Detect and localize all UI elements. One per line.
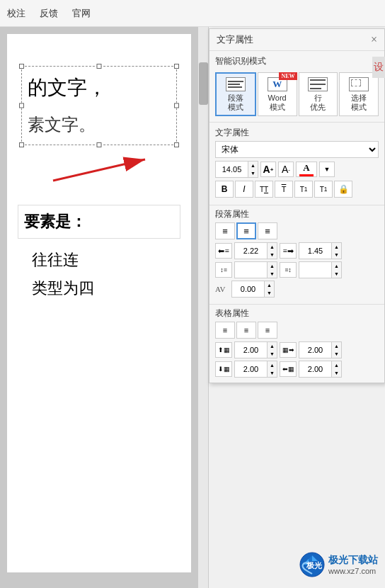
- table-align-center-btn[interactable]: ≡: [236, 322, 256, 339]
- table-left-up[interactable]: ▲: [332, 361, 341, 369]
- scrollbar-thumb[interactable]: [199, 62, 208, 105]
- document-area: 的文字， 素文字。 要素是： 往往连 类型为四: [0, 27, 198, 588]
- mode-btn-line[interactable]: 行优先: [299, 72, 338, 116]
- after-spacing-input[interactable]: ▲ ▼: [299, 261, 342, 278]
- table-top-icon: ⬆▦: [215, 342, 232, 358]
- para-mode-icon: [226, 77, 246, 92]
- resize-handle-bl[interactable]: [19, 142, 24, 147]
- font-size-up[interactable]: ▲: [248, 162, 258, 169]
- table-bottom-up[interactable]: ▲: [268, 361, 277, 369]
- char-spacing-down[interactable]: ▼: [265, 289, 274, 297]
- right-indent-input[interactable]: ▲ ▼: [299, 242, 342, 259]
- font-size-decrease-btn[interactable]: A-: [278, 162, 294, 177]
- table-align-row: ≡ ≡ ≡: [215, 322, 379, 339]
- nav-official[interactable]: 官网: [72, 7, 91, 20]
- align-right-btn[interactable]: ≡: [258, 222, 277, 239]
- resize-handle-mr[interactable]: [174, 103, 179, 108]
- table-right-up[interactable]: ▲: [332, 342, 341, 350]
- nav-proofreading[interactable]: 校注: [7, 7, 25, 20]
- logo-url: www.xz7.com: [328, 567, 378, 575]
- table-left-down[interactable]: ▼: [332, 369, 341, 377]
- mode-btn-word[interactable]: NEW W Word模式: [258, 72, 297, 116]
- left-indent-value[interactable]: [235, 243, 267, 259]
- left-indent-up[interactable]: ▲: [268, 243, 277, 251]
- table-left-input[interactable]: ▲ ▼: [299, 361, 342, 378]
- char-spacing-input[interactable]: ▲ ▼: [231, 281, 275, 298]
- text-props-section: 文字属性 宋体 ▲ ▼ A+ A- A ▼: [209, 124, 384, 203]
- before-spacing-input[interactable]: ▲ ▼: [234, 261, 277, 278]
- format-tt-btn[interactable]: TT: [255, 181, 273, 198]
- right-indent-up[interactable]: ▲: [332, 243, 341, 251]
- close-button[interactable]: ×: [371, 34, 377, 45]
- align-center-btn[interactable]: ≡: [236, 222, 256, 239]
- table-top-down[interactable]: ▼: [268, 350, 277, 358]
- font-select-row: 宋体: [215, 141, 379, 158]
- indent-row-2: ↕≡ ▲ ▼ ≡↕ ▲ ▼: [215, 261, 379, 278]
- char-spacing-value[interactable]: [232, 281, 264, 297]
- table-right-down[interactable]: ▼: [332, 350, 341, 358]
- table-align-left-btn[interactable]: ≡: [215, 322, 235, 339]
- resize-handle-ml[interactable]: [19, 103, 24, 108]
- after-spacing-down[interactable]: ▼: [332, 270, 341, 278]
- before-spacing-value[interactable]: [235, 262, 267, 278]
- doc-section2-title: 要素是：: [24, 211, 174, 232]
- red-arrow-container: [46, 152, 184, 191]
- bold-btn[interactable]: B: [215, 181, 234, 198]
- logo-circle-icon: 极光: [299, 552, 325, 577]
- table-bottom-input[interactable]: ▲ ▼: [234, 361, 277, 378]
- right-indent-icon: ≡➡: [280, 243, 297, 259]
- mode-btn-para[interactable]: 段落模式: [215, 72, 256, 116]
- left-indent-down[interactable]: ▼: [268, 251, 277, 259]
- table-bottom-value[interactable]: [235, 361, 267, 377]
- right-panel-toggle[interactable]: 设: [372, 57, 385, 78]
- format-tsub-btn[interactable]: T1: [314, 181, 333, 198]
- right-indent-value[interactable]: [299, 243, 331, 259]
- mode-btn-select[interactable]: 选择模式: [339, 72, 379, 116]
- resize-handle-br[interactable]: [174, 142, 179, 147]
- nav-feedback[interactable]: 反馈: [40, 7, 58, 20]
- format-lock-btn[interactable]: 🔒: [334, 181, 352, 198]
- table-align-right-btn[interactable]: ≡: [258, 322, 277, 339]
- format-t-btn[interactable]: T: [275, 181, 293, 198]
- table-top-value[interactable]: [235, 342, 267, 358]
- table-right-input[interactable]: ▲ ▼: [299, 341, 342, 358]
- font-size-spinbox[interactable]: ▲ ▼: [215, 161, 258, 178]
- divider-2: [209, 205, 384, 205]
- table-top-input[interactable]: ▲ ▼: [234, 341, 277, 358]
- font-select[interactable]: 宋体: [215, 141, 379, 158]
- indent-row-1: ⬅≡ ▲ ▼ ≡➡ ▲ ▼: [215, 242, 379, 259]
- resize-handle-tm[interactable]: [97, 64, 102, 69]
- color-dropdown-btn[interactable]: ▼: [319, 162, 335, 177]
- table-bottom-down[interactable]: ▼: [268, 369, 277, 377]
- font-color-btn[interactable]: A: [296, 162, 317, 177]
- char-spacing-up[interactable]: ▲: [265, 281, 274, 289]
- font-size-increase-btn[interactable]: A+: [260, 162, 276, 177]
- text-props-label: 文字属性: [215, 127, 379, 139]
- left-indent-input[interactable]: ▲ ▼: [234, 242, 277, 259]
- doc-section3: 往往连 类型为四: [18, 249, 184, 299]
- after-spacing-value[interactable]: [299, 262, 331, 278]
- resize-handle-tr[interactable]: [174, 64, 179, 69]
- resize-handle-bm[interactable]: [97, 142, 102, 147]
- vertical-scrollbar[interactable]: [198, 27, 209, 588]
- char-spacing-row: AV ▲ ▼: [215, 281, 379, 298]
- before-spacing-down[interactable]: ▼: [268, 270, 277, 278]
- font-size-down[interactable]: ▼: [248, 169, 258, 177]
- table-right-value[interactable]: [299, 342, 331, 358]
- format-tsup-btn[interactable]: T1: [294, 181, 313, 198]
- resize-handle-tl[interactable]: [19, 64, 24, 69]
- font-size-input[interactable]: [216, 162, 248, 177]
- align-left-btn[interactable]: ≡: [215, 222, 235, 239]
- before-spacing-up[interactable]: ▲: [268, 262, 277, 270]
- after-spacing-up[interactable]: ▲: [332, 262, 341, 270]
- right-indent-down[interactable]: ▼: [332, 251, 341, 259]
- table-left-value[interactable]: [299, 361, 331, 377]
- color-bar: [299, 174, 314, 176]
- after-spacing-icon: ≡↕: [280, 262, 297, 278]
- italic-btn[interactable]: I: [235, 181, 253, 198]
- table-top-up[interactable]: ▲: [268, 342, 277, 350]
- doc-text-line3: 往往连: [32, 249, 184, 271]
- table-margin-row2: ⬇▦ ▲ ▼ ⬅▦ ▲ ▼: [215, 361, 379, 378]
- doc-text-line1: 的文字，: [28, 74, 171, 101]
- text-selection-box: 的文字， 素文字。: [21, 66, 177, 145]
